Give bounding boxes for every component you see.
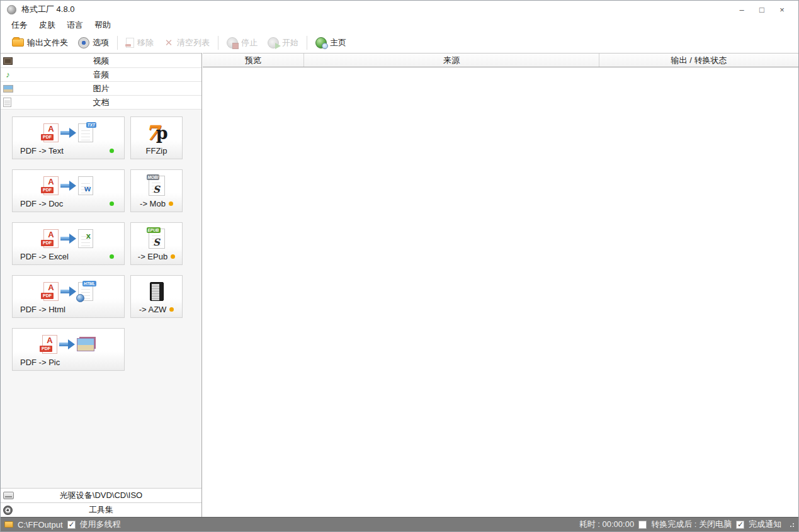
sidebar-item-disc-drive[interactable]: 光驱设备\DVD\CD\ISO — [1, 488, 201, 502]
tile-pdf-to-pic[interactable]: APDF PDF -> Pic — [12, 328, 125, 371]
status-dot — [169, 307, 174, 312]
toolkit-icon — [3, 506, 13, 515]
maximize-button[interactable]: □ — [752, 2, 772, 17]
tile-label: -> Mob — [140, 199, 166, 208]
toolbar-separator — [218, 36, 218, 50]
epub-file-icon: EPUBS — [149, 229, 165, 249]
mobi-file-icon: MOBIS — [149, 176, 165, 196]
pdf-file-icon: APDF — [43, 282, 59, 301]
minimize-button[interactable]: – — [732, 2, 752, 17]
arrow-right-icon — [60, 181, 77, 191]
column-header-source[interactable]: 来源 — [304, 54, 599, 67]
close-button[interactable]: × — [772, 2, 792, 17]
tile-label: -> AZW — [139, 305, 167, 314]
status-dot — [110, 254, 114, 259]
elapsed-time: 耗时 : 00:00:00 — [579, 519, 634, 530]
menu-task[interactable]: 任务 — [6, 20, 33, 31]
pdf-to-excel-icon: APDF x — [13, 226, 124, 251]
audio-category-icon: ♪ — [3, 71, 13, 79]
notify-label: 完成通知 — [749, 519, 781, 530]
mobi-icon: MOBIS — [131, 173, 182, 198]
sidebar-item-toolkit[interactable]: 工具集 — [1, 502, 201, 517]
status-bar: C:\FFOutput 使用多线程 耗时 : 00:00:00 转换完成后 : … — [1, 517, 798, 531]
ffzip-icon: 7p — [131, 120, 182, 145]
category-label: 音频 — [1, 69, 201, 81]
toolbar-separator — [307, 36, 307, 50]
tile-pdf-to-doc[interactable]: APDF w PDF -> Doc — [12, 169, 125, 212]
arrow-right-icon — [60, 286, 77, 297]
start-button[interactable]: 开始 — [263, 35, 303, 50]
pdf-file-icon: APDF — [43, 176, 59, 195]
toolkit-label: 工具集 — [1, 504, 201, 516]
tile-pdf-to-excel[interactable]: APDF x PDF -> Excel — [12, 222, 125, 265]
output-path[interactable]: C:\FFOutput — [18, 520, 63, 529]
tile-pdf-to-html[interactable]: APDF HTML PDF -> Html — [12, 275, 125, 318]
sidebar-item-video[interactable]: 视频 — [1, 54, 201, 68]
stop-button[interactable]: 停止 — [222, 35, 263, 50]
remove-label: 移除 — [137, 37, 154, 48]
pdf-to-doc-icon: APDF w — [13, 173, 124, 198]
excel-file-icon: x — [78, 229, 93, 248]
pdf-to-pic-icon: APDF — [13, 332, 124, 357]
pdf-to-html-icon: APDF HTML — [13, 279, 124, 304]
pdf-file-icon: APDF — [43, 123, 59, 142]
column-header-preview[interactable]: 预览 — [203, 54, 304, 67]
tile-to-azw[interactable]: -> AZW — [130, 275, 183, 318]
shutdown-after-checkbox[interactable] — [638, 521, 647, 529]
arrow-right-icon — [60, 234, 77, 244]
homepage-icon — [315, 37, 327, 48]
options-button[interactable]: 选项 — [73, 35, 114, 50]
tile-label: PDF -> Excel — [20, 252, 69, 261]
column-header-output-status[interactable]: 输出 / 转换状态 — [599, 54, 798, 67]
tile-label: PDF -> Text — [20, 146, 64, 156]
status-dot — [171, 254, 175, 259]
document-category-icon — [3, 98, 11, 107]
menu-help[interactable]: 帮助 — [89, 20, 116, 31]
tile-label: -> EPub — [138, 252, 167, 261]
notify-checkbox[interactable] — [736, 521, 744, 529]
multithread-label: 使用多线程 — [80, 519, 121, 530]
multithread-checkbox[interactable] — [67, 521, 76, 529]
task-list-body[interactable] — [203, 67, 798, 517]
ffzip-p-glyph: p — [156, 123, 168, 143]
tile-to-mobi[interactable]: MOBIS -> Mob — [130, 169, 183, 212]
remove-item-icon — [126, 38, 134, 48]
toolbar-separator — [117, 36, 118, 50]
title-bar: 格式工厂 4.8.0 – □ × — [1, 1, 798, 18]
pdf-file-icon: APDF — [43, 229, 59, 248]
html-file-icon: HTML — [78, 282, 93, 301]
epub-icon: EPUBS — [131, 226, 182, 251]
azw-icon — [131, 279, 182, 304]
homepage-button[interactable]: 主页 — [310, 35, 351, 50]
ereader-device-icon — [150, 282, 164, 301]
sidebar-item-picture[interactable]: 图片 — [1, 82, 201, 96]
pdf-file-icon: APDF — [42, 335, 57, 354]
arrow-right-icon — [59, 339, 76, 349]
output-folder-label: 输出文件夹 — [27, 37, 68, 48]
disc-drive-label: 光驱设备\DVD\CD\ISO — [1, 490, 201, 501]
resize-grip[interactable] — [788, 521, 795, 528]
tile-pdf-to-text[interactable]: APDF TXT PDF -> Text — [12, 116, 125, 159]
clear-list-icon: ✕ — [164, 38, 174, 48]
clear-list-button[interactable]: ✕ 清空列表 — [159, 35, 215, 50]
tile-ffzip[interactable]: 7p FFZip — [130, 116, 183, 159]
picture-file-icon — [77, 338, 94, 351]
tile-label: PDF -> Doc — [20, 199, 63, 208]
menu-language[interactable]: 语言 — [61, 20, 89, 31]
disc-drive-icon — [3, 492, 14, 499]
status-dot — [110, 201, 114, 206]
sidebar-item-document[interactable]: 文档 — [1, 96, 201, 110]
text-file-icon: TXT — [78, 123, 93, 142]
output-folder-button[interactable]: 输出文件夹 — [7, 35, 73, 50]
output-path-folder-icon — [4, 521, 13, 528]
remove-button[interactable]: 移除 — [121, 35, 159, 50]
menu-skin[interactable]: 皮肤 — [33, 20, 61, 31]
stop-label: 停止 — [241, 37, 258, 48]
stop-icon — [227, 37, 238, 48]
sidebar-item-audio[interactable]: ♪ 音频 — [1, 68, 201, 82]
word-file-icon: w — [78, 176, 93, 195]
category-label: 视频 — [1, 55, 201, 67]
status-dot — [169, 201, 173, 206]
tile-to-epub[interactable]: EPUBS -> EPub — [130, 222, 183, 265]
menu-bar: 任务 皮肤 语言 帮助 — [1, 18, 798, 32]
